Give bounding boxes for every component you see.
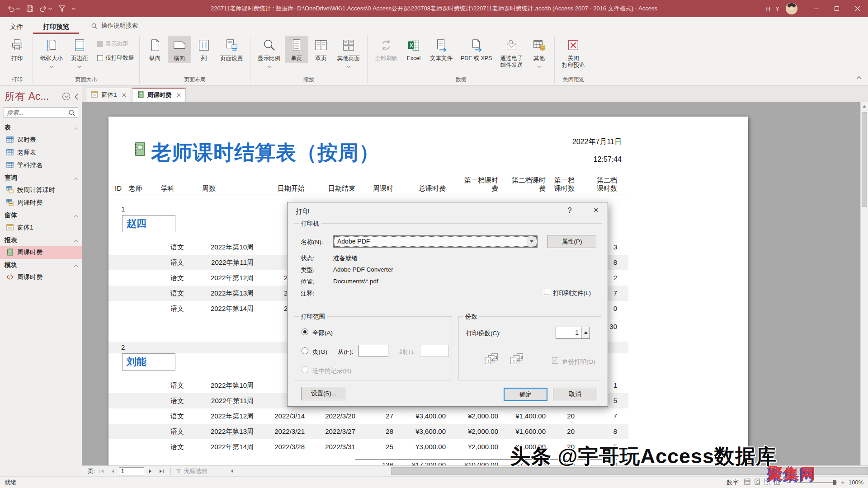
ribbon-button-3-2[interactable]: 双页 [309,36,333,63]
shutter-close-icon[interactable] [74,94,79,100]
nav-search-box[interactable] [4,107,78,118]
sidebar-item-3-0[interactable]: 周课时费 [0,246,82,259]
copies-stepper[interactable]: 1 [556,327,590,339]
ribbon-button-4-2[interactable]: 文本文件 [426,36,456,63]
sidebar-item-2-0[interactable]: 窗体1 [0,221,82,234]
cell [184,321,254,333]
redo-button[interactable] [39,5,52,13]
maximize-button[interactable] [826,0,847,17]
ribbon-button-2-2[interactable]: 列 [192,36,216,63]
save-button[interactable] [26,5,33,12]
ribbon-button-1-1[interactable]: 页边距 [67,36,92,71]
report-time: 12:57:44 [594,155,622,164]
tell-me-search[interactable]: 操作说明搜索 [91,22,138,34]
sidebar-item-4-0[interactable]: 周课时费 [0,271,82,284]
search-icon[interactable] [68,109,75,116]
ribbon-button-3-0[interactable]: 显示比例 [254,36,284,71]
sidebar-section-1[interactable]: 查询 [0,172,82,184]
scroll-up-icon[interactable] [861,102,868,110]
ribbon-button-4-4[interactable]: 通过电子 邮件发送 [496,36,526,70]
next-page-icon [148,469,153,474]
sidebar-item-label: 周课时费 [17,273,42,282]
sidebar-section-0[interactable]: 表 [0,122,82,134]
from-input[interactable] [359,345,388,357]
ribbon-checkbox-1-1[interactable]: 仅打印数据 [97,54,134,62]
minimize-button[interactable] [806,0,826,17]
cell [115,459,128,465]
ribbon-button-3-3[interactable]: 其他页面 [334,36,363,71]
document-tab-1[interactable]: 周课时费 [132,88,186,102]
tab-file[interactable]: 文件 [0,19,33,34]
chevron-down-icon[interactable] [527,237,536,246]
ribbon-button-4-3[interactable]: PDF 或 XPS [457,36,495,63]
refresh-icon [379,38,393,53]
scroll-left-icon[interactable] [227,466,236,476]
restore-icon [835,6,839,11]
dialog-close-button[interactable]: × [590,205,602,215]
customize-chevron-button[interactable] [71,7,76,10]
section-label: 表 [5,124,11,132]
avatar[interactable] [786,3,797,14]
print-to-file-checkbox[interactable] [544,289,550,295]
ribbon-button-2-1[interactable]: 横向 [168,36,191,63]
vertical-scrollbar[interactable] [860,102,868,465]
cancel-button[interactable]: 取消 [553,388,597,401]
category-dropdown-icon[interactable] [62,92,71,101]
sidebar-section-4[interactable]: 模块 [0,259,82,271]
range-all-radio[interactable] [302,328,308,335]
last-page-button[interactable] [157,467,166,475]
page-number-input[interactable] [119,467,144,475]
ribbon-button-label: 页面设置 [220,55,243,62]
zoom-slider-thumb[interactable] [833,480,836,485]
print-preview-canvas[interactable]: 老师课时结算表（按周） 2022年7月11日 12:57:44 ID老师学科周数… [82,102,868,465]
ribbon-button-0-0[interactable]: 打印 [5,36,29,63]
sidebar-section-3[interactable]: 报表 [0,234,82,246]
nav-search-input[interactable] [7,109,68,116]
copies-count-label: 打印份数(C): [466,329,501,338]
ribbon-button-4-1[interactable]: XExcel [402,36,425,63]
close-button[interactable] [847,0,868,17]
undo-button[interactable] [7,5,20,13]
sidebar-item-1-0[interactable]: 按周计算课时 [0,184,82,197]
tab-close-icon[interactable] [177,93,181,97]
zoom-level[interactable]: 100% [849,479,863,486]
ribbon-button-5-0[interactable]: 关闭 打印预览 [558,36,588,70]
ribbon-button-3-1[interactable]: 单页 [285,36,308,63]
vertical-scroll-thumb[interactable] [862,112,867,207]
column-header: 第一档课时 费 [446,176,498,192]
spinner-buttons[interactable] [581,327,590,338]
report-view-icon[interactable] [744,478,751,487]
sidebar-item-label: 按周计算课时 [17,186,55,194]
ok-button[interactable]: 确定 [504,388,547,401]
sidebar-section-2[interactable]: 窗体 [0,209,82,221]
document-tab-0[interactable]: 窗体1 [86,88,131,102]
setup-button[interactable]: 设置(S)... [301,387,346,400]
properties-button[interactable]: 属性(P) [547,235,596,248]
sidebar-item-0-2[interactable]: 学科排名 [0,159,82,172]
numlock-indicator: 数字 [726,479,738,487]
filter-button[interactable] [58,5,66,12]
print-preview-icon[interactable] [754,478,761,487]
printer-name-select[interactable]: Adobe PDF [333,235,538,248]
sidebar-item-1-1[interactable]: 周课时费 [0,197,82,209]
tab-close-icon[interactable] [122,93,126,97]
excel-icon: X [407,38,420,53]
ribbon-button-2-3[interactable]: 页面设置 [217,36,246,63]
ribbon-button-1-0[interactable]: 纸张大小 [37,36,66,71]
collapse-ribbon-button[interactable] [856,74,862,81]
sidebar-item-0-1[interactable]: 老师表 [0,146,82,159]
dialog-help-button[interactable]: ? [564,206,575,215]
sidebar-item-0-0[interactable]: 课时表 [0,134,82,146]
tab-print-preview[interactable]: 打印预览 [33,19,79,34]
nav-pane-title: 所有 Ac... [5,89,62,103]
ribbon-button-2-0[interactable]: 纵向 [143,36,167,63]
zoom-in-button[interactable]: + [841,479,845,486]
range-pages-radio[interactable] [302,347,308,354]
next-page-button[interactable] [146,467,155,475]
chevron-down-icon [48,7,52,10]
user-initials: H Y [766,5,781,12]
one-page-icon [290,38,303,53]
cell: 20 [546,408,575,424]
cell [128,378,161,393]
ribbon-button-4-5[interactable]: 其他 [527,36,551,71]
